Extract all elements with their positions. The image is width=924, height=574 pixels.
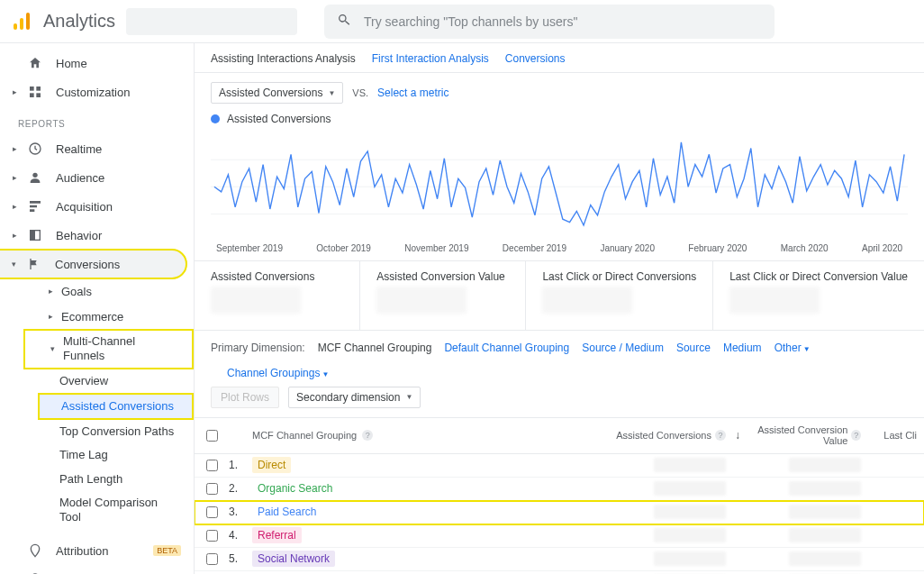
secondary-dimension-select[interactable]: Secondary dimension ▼ — [288, 387, 421, 408]
dimension-medium[interactable]: Medium — [723, 342, 762, 354]
help-icon[interactable]: ? — [362, 430, 373, 441]
sidebar-mcf-model-comp[interactable]: Model Comparison Tool — [38, 491, 194, 530]
select-metric-link[interactable]: Select a metric — [377, 87, 448, 99]
report-tabs: Assisting Interactions Analysis First In… — [195, 43, 924, 73]
row-index: 2. — [229, 482, 250, 495]
svg-rect-3 — [30, 87, 34, 91]
sidebar: Home ▸ Customization REPORTS ▸ Realtime … — [0, 43, 195, 574]
sidebar-realtime[interactable]: ▸ Realtime — [0, 134, 194, 163]
dimension-other[interactable]: Other▼ — [775, 342, 811, 354]
table-row[interactable]: 6.(Other) — [195, 571, 924, 574]
table-row[interactable]: 5.Social Network — [195, 548, 924, 571]
tab-conversions[interactable]: Conversions — [505, 52, 566, 65]
sidebar-conversions[interactable]: ▾ Conversions — [0, 250, 186, 278]
metric-value — [789, 481, 861, 496]
dimension-active[interactable]: MCF Channel Grouping — [318, 342, 432, 354]
flag-icon — [26, 256, 42, 272]
channel-chip[interactable]: Referral — [252, 527, 302, 543]
brand-title: Analytics — [43, 11, 115, 32]
chevron-down-icon: ▾ — [12, 260, 21, 269]
home-icon — [27, 55, 43, 71]
tab-assisting[interactable]: Assisting Interactions Analysis — [211, 52, 356, 65]
svg-rect-0 — [14, 23, 17, 30]
scorecards: Assisted Conversions Assisted Conversion… — [195, 260, 924, 331]
table-row[interactable]: 1.Direct — [195, 454, 924, 478]
sidebar-mcf-path-length[interactable]: Path Length — [38, 468, 194, 491]
channel-chip[interactable]: Social Network — [252, 551, 335, 567]
metric-value — [654, 505, 726, 519]
dimension-source[interactable]: Source — [676, 342, 711, 354]
attribution-icon — [27, 542, 43, 559]
clock-icon — [27, 141, 43, 157]
chevron-right-icon: ▸ — [13, 231, 22, 240]
metric-value — [789, 551, 861, 566]
sidebar-mcf-time-lag[interactable]: Time Lag — [38, 443, 194, 467]
sidebar-acquisition[interactable]: ▸ Acquisition — [0, 192, 194, 221]
dimension-default[interactable]: Default Channel Grouping — [444, 342, 569, 354]
row-index: 5. — [229, 552, 250, 565]
vs-label: VS. — [352, 87, 368, 98]
dimension-source-medium[interactable]: Source / Medium — [582, 342, 664, 354]
sidebar-goals[interactable]: ▸ Goals — [23, 278, 194, 304]
search-input[interactable] — [364, 14, 762, 29]
sidebar-mcf-top-paths[interactable]: Top Conversion Paths — [38, 420, 194, 443]
chevron-right-icon: ▸ — [13, 202, 22, 211]
sort-down-icon[interactable]: ↓ — [735, 429, 740, 442]
row-checkbox[interactable] — [206, 483, 218, 495]
sidebar-ecommerce[interactable]: ▸ Ecommerce — [23, 304, 194, 329]
search-box[interactable] — [324, 5, 775, 39]
account-selector[interactable] — [126, 8, 297, 35]
app-header: Analytics — [0, 0, 924, 43]
metric-value — [789, 505, 861, 519]
chevron-right-icon: ▸ — [49, 312, 58, 321]
svg-rect-1 — [20, 18, 23, 30]
col-last-click[interactable]: Last Cli — [883, 430, 917, 441]
svg-rect-5 — [30, 93, 34, 97]
row-checkbox[interactable] — [206, 553, 218, 565]
col-assisted[interactable]: Assisted Conversions — [616, 430, 711, 441]
reports-heading: REPORTS — [0, 106, 194, 134]
scorecard-assisted[interactable]: Assisted Conversions — [195, 261, 360, 330]
main-content: Assisting Interactions Analysis First In… — [195, 43, 924, 574]
sidebar-discover[interactable]: Discover — [0, 565, 194, 574]
sidebar-behavior[interactable]: ▸ Behavior — [0, 221, 194, 250]
tab-first-interaction[interactable]: First Interaction Analysis — [372, 52, 489, 65]
sidebar-home[interactable]: Home — [0, 49, 194, 77]
row-checkbox[interactable] — [206, 506, 218, 518]
scorecard-assisted-value[interactable]: Assisted Conversion Value — [360, 261, 526, 330]
help-icon[interactable]: ? — [715, 430, 726, 441]
metric-select[interactable]: Assisted Conversions ▼ — [211, 82, 343, 104]
select-all-checkbox[interactable] — [206, 430, 218, 442]
svg-rect-4 — [36, 87, 41, 91]
row-index: 1. — [229, 459, 250, 471]
table-header: MCF Channel Grouping ? Assisted Conversi… — [195, 418, 924, 454]
channel-chip[interactable]: Paid Search — [252, 504, 322, 520]
sidebar-mcf[interactable]: ▾ Multi-Channel Funnels — [23, 329, 194, 369]
table-row[interactable]: 4.Referral — [195, 524, 924, 548]
sidebar-customization[interactable]: ▸ Customization — [0, 77, 194, 106]
table-row[interactable]: 2.Organic Search — [195, 478, 924, 501]
scorecard-last-click-value[interactable]: Last Click or Direct Conversion Value — [713, 261, 924, 330]
metric-value — [654, 528, 726, 542]
row-checkbox[interactable] — [206, 460, 218, 471]
sidebar-mcf-overview[interactable]: Overview — [38, 369, 194, 393]
dimension-channel-groupings[interactable]: Channel Groupings▼ — [227, 367, 329, 379]
channel-chip[interactable]: Direct — [252, 457, 291, 473]
col-assisted-value[interactable]: Assisted Conversion Value — [744, 424, 847, 446]
person-icon — [27, 169, 43, 186]
chevron-right-icon: ▸ — [13, 173, 22, 182]
metric-value — [654, 481, 726, 496]
sidebar-mcf-assisted[interactable]: Assisted Conversions — [38, 393, 194, 420]
scorecard-last-click[interactable]: Last Click or Direct Conversions — [526, 261, 713, 330]
help-icon[interactable]: ? — [851, 430, 861, 441]
metric-value — [789, 528, 861, 542]
row-checkbox[interactable] — [206, 530, 218, 542]
channel-chip[interactable]: Organic Search — [252, 480, 338, 497]
chart-x-axis: September 2019October 2019November 2019D… — [195, 243, 924, 260]
col-channel[interactable]: MCF Channel Grouping — [252, 430, 357, 441]
row-index: 4. — [229, 529, 250, 542]
sidebar-audience[interactable]: ▸ Audience — [0, 163, 194, 192]
sidebar-attribution[interactable]: Attribution BETA — [0, 536, 194, 565]
metric-value — [789, 458, 861, 472]
table-row[interactable]: 3.Paid Search — [195, 501, 924, 524]
